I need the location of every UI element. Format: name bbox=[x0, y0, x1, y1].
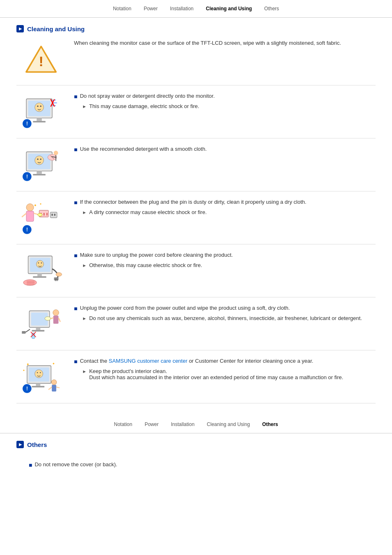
nav-power[interactable]: Power bbox=[144, 6, 158, 12]
cleaning-item-4: ▒▒▒ ■ Make sure to unplug the power cord… bbox=[16, 244, 376, 297]
svg-rect-49 bbox=[37, 274, 42, 276]
svg-rect-54 bbox=[54, 277, 59, 280]
svg-point-8 bbox=[37, 106, 39, 107]
nav-installation[interactable]: Installation bbox=[170, 6, 194, 12]
nav2-cleaning[interactable]: Cleaning and Using bbox=[207, 421, 250, 427]
svg-point-21 bbox=[35, 156, 44, 165]
item5-illustration bbox=[18, 305, 64, 342]
item2-content: ■ Use the recommended detergent with a s… bbox=[74, 144, 376, 156]
svg-rect-70 bbox=[22, 331, 25, 334]
svg-point-84 bbox=[51, 380, 57, 385]
svg-rect-19 bbox=[37, 171, 42, 174]
svg-rect-35 bbox=[51, 212, 57, 218]
arrow3: ► bbox=[82, 210, 87, 215]
others-item-1: ■ Do not remove the cover (or back). bbox=[16, 454, 376, 477]
svg-text:!: ! bbox=[26, 174, 28, 180]
section-icon bbox=[16, 25, 24, 32]
item6-illustration: ✦ ✦ ✦ ! bbox=[18, 358, 64, 395]
cleaning-item-1: ! ■ Do not spray water or detergent dire… bbox=[16, 85, 376, 138]
bullet2: ■ bbox=[74, 146, 77, 153]
top-nav: Notation Power Installation Cleaning and… bbox=[0, 0, 392, 18]
nav-cleaning[interactable]: Cleaning and Using bbox=[206, 6, 252, 12]
others-bullet1: ■ bbox=[29, 462, 32, 468]
svg-point-36 bbox=[51, 214, 53, 216]
svg-point-37 bbox=[54, 214, 56, 216]
svg-rect-76 bbox=[36, 383, 40, 386]
item3-illustration: ✦ ✦ ! bbox=[18, 199, 64, 236]
svg-point-68 bbox=[45, 317, 51, 320]
item6-content: ■ Contact the SAMSUNG customer care cent… bbox=[74, 356, 376, 380]
bullet4: ■ bbox=[74, 252, 77, 259]
nav-notation[interactable]: Notation bbox=[113, 6, 131, 12]
svg-point-38 bbox=[26, 204, 34, 211]
item1-image: ! bbox=[16, 91, 66, 132]
svg-rect-77 bbox=[32, 386, 45, 388]
svg-text:▒▒▒: ▒▒▒ bbox=[27, 281, 35, 285]
svg-rect-50 bbox=[33, 276, 46, 278]
svg-point-26 bbox=[54, 151, 58, 155]
cleaning-item-6: ✦ ✦ ✦ ! ■ Contact the SAMSUNG customer c… bbox=[16, 350, 376, 403]
svg-line-87 bbox=[56, 387, 60, 388]
item4-illustration: ▒▒▒ bbox=[18, 252, 64, 289]
cleaning-section: Cleaning and Using ! When cleaning the m… bbox=[0, 18, 392, 408]
nav2-power[interactable]: Power bbox=[145, 421, 159, 427]
bullet3: ■ bbox=[74, 199, 77, 206]
svg-point-64 bbox=[53, 310, 59, 315]
svg-point-79 bbox=[37, 372, 38, 373]
svg-rect-85 bbox=[52, 385, 56, 391]
nav2-notation[interactable]: Notation bbox=[114, 421, 132, 427]
svg-rect-65 bbox=[53, 315, 59, 324]
item3-content: ■ If the connector between the plug and … bbox=[74, 197, 376, 215]
item5-content: ■ Unplug the power cord from the power o… bbox=[74, 303, 376, 321]
svg-rect-6 bbox=[33, 121, 46, 123]
svg-line-67 bbox=[58, 318, 60, 322]
svg-text:✦: ✦ bbox=[34, 203, 37, 207]
svg-rect-62 bbox=[36, 327, 40, 330]
arrow5: ► bbox=[82, 316, 87, 321]
svg-point-22 bbox=[37, 159, 39, 160]
cleaning-title: Cleaning and Using bbox=[16, 25, 376, 32]
warning-triangle-icon: ! bbox=[25, 42, 58, 75]
arrow4: ► bbox=[82, 263, 87, 268]
item4-image: ▒▒▒ bbox=[16, 250, 66, 291]
item1-illustration: ! bbox=[18, 93, 64, 130]
item4-content: ■ Make sure to unplug the power cord bef… bbox=[74, 250, 376, 268]
bullet1: ■ bbox=[74, 93, 77, 100]
svg-rect-5 bbox=[37, 118, 42, 121]
samsung-link[interactable]: SAMSUNG customer care center bbox=[109, 358, 187, 364]
svg-point-9 bbox=[40, 106, 42, 107]
svg-point-80 bbox=[40, 372, 41, 373]
item3-image: ✦ ✦ ! bbox=[16, 197, 66, 238]
arrow1: ► bbox=[82, 104, 87, 109]
nav2-others[interactable]: Others bbox=[262, 421, 278, 427]
svg-point-7 bbox=[35, 103, 44, 112]
svg-line-40 bbox=[22, 213, 26, 217]
item6-image: ✦ ✦ ✦ ! bbox=[16, 356, 66, 397]
svg-text:✦: ✦ bbox=[23, 368, 25, 372]
svg-text:✦: ✦ bbox=[26, 362, 30, 366]
nav2-installation[interactable]: Installation bbox=[171, 421, 194, 427]
item5-image bbox=[16, 303, 66, 344]
item1-content: ■ Do not spray water or detergent direct… bbox=[74, 91, 376, 109]
item2-image: ! bbox=[16, 144, 66, 185]
others-section-icon bbox=[16, 441, 24, 448]
others-title: Others bbox=[16, 441, 376, 448]
svg-text:!: ! bbox=[26, 121, 28, 127]
svg-text:!: ! bbox=[39, 54, 43, 69]
svg-line-86 bbox=[48, 387, 52, 389]
cleaning-item-5: ■ Unplug the power cord from the power o… bbox=[16, 297, 376, 350]
nav-others[interactable]: Others bbox=[264, 6, 279, 12]
svg-point-52 bbox=[38, 263, 39, 264]
cleaning-item-3: ✦ ✦ ! ■ If the connector between the plu… bbox=[16, 191, 376, 244]
svg-text:✦: ✦ bbox=[52, 362, 55, 366]
svg-point-23 bbox=[40, 159, 42, 160]
svg-text:!: ! bbox=[26, 227, 28, 233]
svg-rect-63 bbox=[32, 330, 45, 332]
svg-point-53 bbox=[41, 263, 42, 264]
others-item1-content: ■ Do not remove the cover (or back). bbox=[16, 460, 376, 472]
cleaning-item-2: ! ■ Use the recommended detergent with a… bbox=[16, 138, 376, 191]
bullet5: ■ bbox=[74, 305, 77, 312]
intro-row: ! When cleaning the monitor case or the … bbox=[16, 38, 376, 85]
arrow6: ► bbox=[82, 369, 87, 374]
svg-text:!: ! bbox=[26, 386, 28, 391]
